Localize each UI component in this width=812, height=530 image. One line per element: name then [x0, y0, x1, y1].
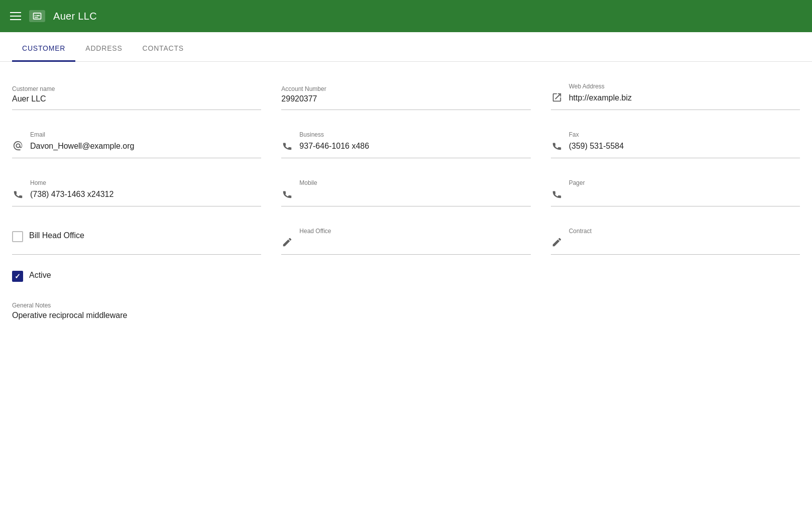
app-title: Auer LLC — [53, 11, 97, 22]
home-value: (738) 473-1463 x24312 — [30, 190, 113, 201]
row-4: Bill Head Office Head Office Contract — [12, 223, 800, 255]
fax-phone-icon — [551, 140, 563, 154]
edit-icon — [281, 237, 293, 250]
account-number-label: Account Number — [281, 85, 530, 92]
fax-value: (359) 531-5584 — [569, 142, 624, 153]
head-office-label: Head Office — [299, 228, 530, 235]
business-value: 937-646-1016 x486 — [299, 142, 369, 153]
mobile-label: Mobile — [299, 179, 530, 186]
general-notes-label: General Notes — [12, 302, 800, 309]
app-header: Auer LLC — [0, 0, 812, 32]
home-phone-icon — [12, 188, 24, 202]
row-3: Home (738) 473-1463 x24312 Mobile — [12, 174, 800, 206]
contract-edit-icon — [551, 237, 563, 250]
active-label: Active — [29, 271, 51, 282]
business-phone-field: Business 937-646-1016 x486 — [281, 126, 530, 158]
external-link-icon — [551, 92, 563, 105]
account-number-field: Account Number 29920377 — [281, 78, 530, 110]
customer-name-field: Customer name Auer LLC — [12, 78, 261, 110]
bill-head-office-label: Bill Head Office — [29, 231, 84, 242]
contract-label: Contract — [569, 228, 800, 235]
general-notes-value: Operative reciprocal middleware — [12, 311, 800, 320]
general-notes-section: General Notes Operative reciprocal middl… — [12, 302, 800, 320]
email-icon — [12, 140, 24, 154]
customer-name-label: Customer name — [12, 85, 261, 92]
tab-contacts[interactable]: CONTACTS — [133, 36, 194, 62]
business-label: Business — [299, 131, 530, 138]
tab-bar: CUSTOMER ADDRESS CONTACTS — [0, 36, 812, 62]
fax-label: Fax — [569, 131, 800, 138]
account-number-value: 29920377 — [281, 94, 530, 105]
bill-head-office-field: Bill Head Office — [12, 223, 261, 255]
pager-phone-icon — [551, 188, 563, 202]
menu-button[interactable] — [10, 12, 21, 20]
web-address-value: http://example.biz — [569, 93, 632, 104]
home-phone-field: Home (738) 473-1463 x24312 — [12, 174, 261, 206]
pager-label: Pager — [569, 179, 800, 186]
fax-field: Fax (359) 531-5584 — [551, 126, 800, 158]
mobile-phone-icon — [281, 188, 293, 202]
contract-field: Contract — [551, 223, 800, 255]
customer-name-value: Auer LLC — [12, 94, 261, 105]
row-2: Email Davon_Howell@example.org Business — [12, 126, 800, 158]
bill-head-office-checkbox[interactable] — [12, 231, 23, 242]
home-label: Home — [30, 179, 261, 186]
active-row: Active — [12, 271, 800, 282]
tab-address[interactable]: ADDRESS — [75, 36, 132, 62]
email-field: Email Davon_Howell@example.org — [12, 126, 261, 158]
phone-icon — [281, 140, 293, 154]
active-checkbox[interactable] — [12, 271, 23, 282]
row-1: Customer name Auer LLC Account Number 29… — [12, 78, 800, 110]
email-value: Davon_Howell@example.org — [30, 142, 134, 153]
head-office-field: Head Office — [281, 223, 530, 255]
pager-field: Pager — [551, 174, 800, 206]
customer-form: Customer name Auer LLC Account Number 29… — [0, 62, 812, 336]
web-address-label: Web Address — [569, 83, 800, 90]
email-label: Email — [30, 131, 261, 138]
tab-customer[interactable]: CUSTOMER — [12, 36, 75, 62]
web-address-field: Web Address http://example.biz — [551, 78, 800, 110]
contact-card-icon — [29, 10, 45, 22]
mobile-phone-field: Mobile — [281, 174, 530, 206]
